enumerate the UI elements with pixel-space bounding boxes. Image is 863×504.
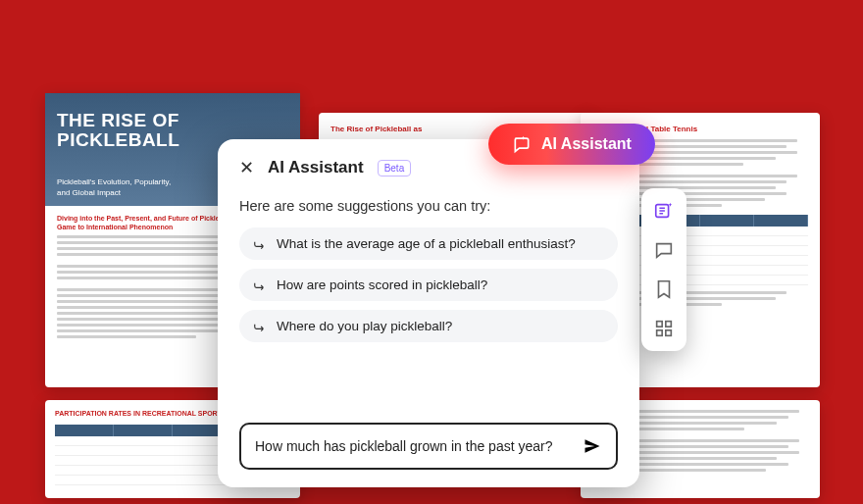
apps-grid-icon[interactable] [653,318,675,339]
svg-rect-3 [657,330,663,336]
chat-sparkle-icon [512,134,532,154]
prompt-input[interactable] [255,438,583,454]
suggestion-text: How are points scored in pickleball? [277,277,487,292]
svg-rect-1 [657,322,663,328]
panel-title: AI Assistant [268,158,364,177]
comment-icon[interactable] [653,239,675,261]
doc-cover-title: THE RISE OFPICKLEBALL [57,111,179,150]
arrow-return-icon [253,278,267,292]
prompt-input-container [239,423,618,470]
suggestion-item[interactable]: Where do you play pickleball? [239,310,618,342]
doc-cover-subtitle: Pickleball's Evolution, Popularity, and … [57,177,175,198]
svg-rect-4 [666,330,672,336]
suggestion-item[interactable]: How are points scored in pickleball? [239,269,618,301]
suggestion-item[interactable]: What is the average age of a pickleball … [239,227,618,260]
svg-rect-2 [666,322,672,328]
send-icon[interactable] [583,436,602,456]
suggestion-text: What is the average age of a pickleball … [277,236,576,251]
close-icon[interactable]: ✕ [239,157,254,178]
ai-button-label: AI Assistant [541,135,632,153]
arrow-return-icon [253,237,267,251]
suggestion-text: Where do you play pickleball? [277,319,452,333]
side-toolbar [641,188,686,351]
beta-badge: Beta [378,160,412,176]
suggestions-intro: Here are some suggestions you can try: [239,198,618,214]
ai-assistant-button[interactable]: AI Assistant [488,124,655,165]
bookmark-icon[interactable] [653,278,675,300]
arrow-return-icon [253,320,267,333]
summary-icon[interactable] [653,200,675,222]
ai-assistant-panel: ✕ AI Assistant Beta Here are some sugges… [218,139,639,487]
